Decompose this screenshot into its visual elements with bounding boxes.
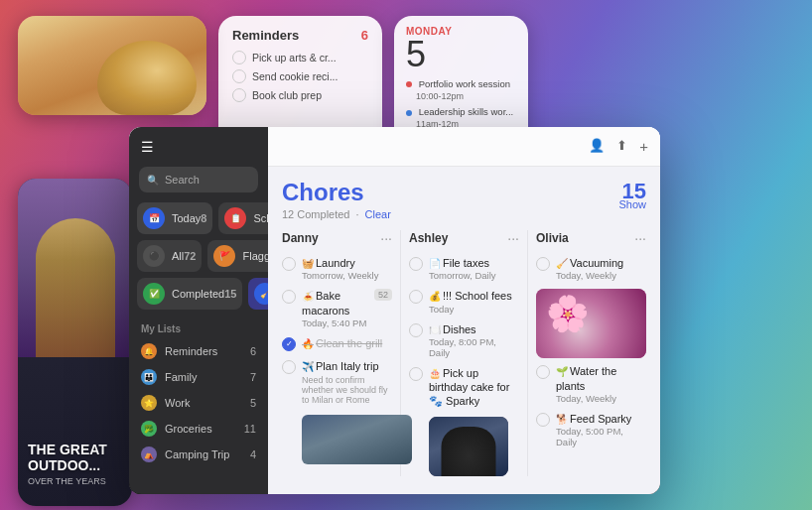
chores-panel: 👤 ⬆ + Chores 15 12 Completed · Clear Sho… bbox=[268, 127, 660, 494]
danny-more-icon[interactable]: ··· bbox=[380, 230, 392, 246]
macarons-sub: Today, 5:40 PM bbox=[302, 318, 368, 328]
plants-check[interactable] bbox=[536, 365, 550, 379]
smart-list-row-1: 📅 Today 8 📋 Scheduled 25 bbox=[137, 202, 260, 236]
italy-image-content bbox=[302, 415, 412, 464]
groceries-list-label: Groceries bbox=[165, 423, 212, 435]
smart-list-today[interactable]: 📅 Today 8 bbox=[137, 202, 212, 234]
taxes-name: 📄File taxes bbox=[429, 256, 519, 270]
smart-list-all[interactable]: ⚫ All 72 bbox=[137, 240, 202, 272]
laundry-sub: Tomorrow, Weekly bbox=[302, 270, 392, 281]
schoolfees-check[interactable] bbox=[409, 290, 423, 304]
chores-clear-button[interactable]: Clear bbox=[365, 208, 391, 220]
dishes-name: 🍽️Dishes bbox=[429, 322, 519, 336]
smart-lists: 📅 Today 8 📋 Scheduled 25 bbox=[129, 202, 268, 312]
person-silhouette bbox=[36, 218, 115, 357]
smart-list-flagged[interactable]: 🚩 Flagged 2 bbox=[207, 240, 268, 272]
vacuuming-sub: Today, Weekly bbox=[556, 270, 646, 281]
plants-name: 🌱Water the plants bbox=[556, 364, 646, 393]
list-camping-left: ⛺ Camping Trip bbox=[141, 446, 229, 462]
photo-widget bbox=[18, 16, 206, 115]
italy-check[interactable] bbox=[282, 360, 296, 374]
chore-vacuuming: 🧹Vacuuming Today, Weekly bbox=[536, 256, 646, 281]
event-time-1: 10:00-12pm bbox=[416, 91, 464, 101]
chore-laundry: 🧺Laundry Tomorrow, Weekly bbox=[282, 256, 392, 281]
birthday-check[interactable] bbox=[409, 367, 423, 381]
chore-feed-sparky: 🐕Feed Sparky Today, 5:00 PM, Daily bbox=[536, 412, 646, 447]
dishes-sub: Today, 8:00 PM, Daily bbox=[429, 336, 519, 358]
flagged-icon: 🚩 bbox=[213, 245, 235, 267]
list-reminders[interactable]: 🔔 Reminders 6 bbox=[129, 338, 268, 364]
smart-list-completed[interactable]: ✅ Completed 15 bbox=[137, 278, 242, 310]
dog-photo-widget bbox=[18, 16, 206, 115]
flower-image: 🌸 bbox=[536, 289, 646, 358]
list-reminders-left: 🔔 Reminders bbox=[141, 343, 217, 359]
left-photo-image bbox=[18, 179, 132, 357]
danny-name: Danny bbox=[282, 231, 319, 245]
groceries-list-count: 11 bbox=[244, 423, 256, 435]
person-icon[interactable]: 👤 bbox=[589, 138, 605, 155]
reminders-widget-count: 6 bbox=[361, 28, 368, 43]
grill-name: 🔥Clean the grill bbox=[302, 336, 392, 350]
macarons-check[interactable] bbox=[282, 290, 296, 304]
all-left: ⚫ All bbox=[143, 245, 184, 267]
event-dot-1 bbox=[406, 81, 412, 87]
laundry-check[interactable] bbox=[282, 257, 296, 271]
ashley-name: Ashley bbox=[409, 231, 448, 245]
today-count: 8 bbox=[201, 212, 206, 224]
reminder-check-1 bbox=[232, 51, 246, 64]
completed-icon: ✅ bbox=[143, 283, 165, 305]
vacuuming-check[interactable] bbox=[536, 257, 550, 271]
birthday-name: 🎂Pick up birthday cake for 🐾 Sparky bbox=[429, 366, 519, 409]
list-work[interactable]: ⭐ Work 5 bbox=[129, 390, 268, 416]
feed-sparky-check[interactable] bbox=[536, 413, 550, 427]
plants-sub: Today, Weekly bbox=[556, 393, 646, 404]
sparky-photo bbox=[429, 417, 508, 476]
chore-schoolfees: 💰!!! School fees Today bbox=[409, 289, 519, 314]
search-placeholder: Search bbox=[165, 174, 200, 186]
reminders-search[interactable]: 🔍 Search bbox=[139, 167, 258, 192]
left-photo-widget: THE GREAT OUTDOO... OVER THE YEARS bbox=[18, 179, 132, 506]
dishes-check[interactable] bbox=[409, 323, 423, 337]
chores-columns: Danny ··· 🧺Laundry Tomorrow, Weekly bbox=[282, 230, 646, 476]
add-chore-icon[interactable]: + bbox=[639, 138, 648, 155]
chores-show-button[interactable]: Show bbox=[618, 198, 646, 210]
list-camping[interactable]: ⛺ Camping Trip 4 bbox=[129, 442, 268, 467]
chore-plants: 🌱Water the plants Today, Weekly bbox=[536, 364, 646, 404]
chore-taxes: 📄File taxes Tomorrow, Daily bbox=[409, 256, 519, 281]
italy-main: ✈️Plan Italy trip Need to confirm whethe… bbox=[282, 359, 392, 405]
dishes-details: 🍽️Dishes Today, 8:00 PM, Daily bbox=[429, 322, 519, 358]
reminders-widget-title: Reminders bbox=[232, 28, 299, 43]
schoolfees-details: 💰!!! School fees Today bbox=[429, 289, 519, 314]
calendar-date: 5 bbox=[406, 37, 516, 72]
feed-sparky-sub: Today, 5:00 PM, Daily bbox=[556, 426, 646, 447]
grill-check[interactable]: ✓ bbox=[282, 337, 296, 351]
vacuuming-details: 🧹Vacuuming Today, Weekly bbox=[556, 256, 646, 281]
reminder-text-3: Book club prep bbox=[252, 89, 322, 101]
chores-left: 🧹 Chores bbox=[254, 283, 268, 305]
laundry-name: 🧺Laundry bbox=[302, 256, 392, 270]
chores-count-row: 12 Completed · Clear Show bbox=[282, 208, 646, 220]
schoolfees-name: 💰!!! School fees bbox=[429, 289, 519, 303]
smart-list-scheduled[interactable]: 📋 Scheduled 25 bbox=[218, 202, 268, 234]
column-danny: Danny ··· 🧺Laundry Tomorrow, Weekly bbox=[282, 230, 392, 476]
reminder-item-2: Send cookie reci... bbox=[232, 69, 368, 83]
today-icon: 📅 bbox=[143, 207, 165, 229]
groceries-list-icon: 🥦 bbox=[141, 421, 157, 437]
ashley-more-icon[interactable]: ··· bbox=[507, 230, 519, 246]
share-chores-icon[interactable]: ⬆ bbox=[616, 138, 627, 155]
schoolfees-sub: Today bbox=[429, 304, 519, 315]
list-groceries[interactable]: 🥦 Groceries 11 bbox=[129, 416, 268, 442]
chores-icon: 🧹 bbox=[254, 283, 268, 305]
reminder-item-3: Book club prep bbox=[232, 88, 368, 102]
list-family[interactable]: 👪 Family 7 bbox=[129, 364, 268, 390]
scheduled-icon: 📋 bbox=[224, 207, 246, 229]
event-label-2: Leadership skills wor... bbox=[419, 106, 514, 117]
chores-toolbar: 👤 ⬆ + bbox=[268, 127, 660, 167]
taxes-check[interactable] bbox=[409, 257, 423, 271]
hamburger-icon[interactable]: ☰ bbox=[141, 139, 154, 155]
olivia-more-icon[interactable]: ··· bbox=[634, 230, 646, 246]
reminders-app-header: ☰ bbox=[129, 127, 268, 163]
macarons-name: 🍝Bake macarons bbox=[302, 289, 368, 318]
smart-list-chores[interactable]: 🧹 Chores 15 bbox=[248, 278, 268, 310]
reminder-check-2 bbox=[232, 69, 246, 83]
